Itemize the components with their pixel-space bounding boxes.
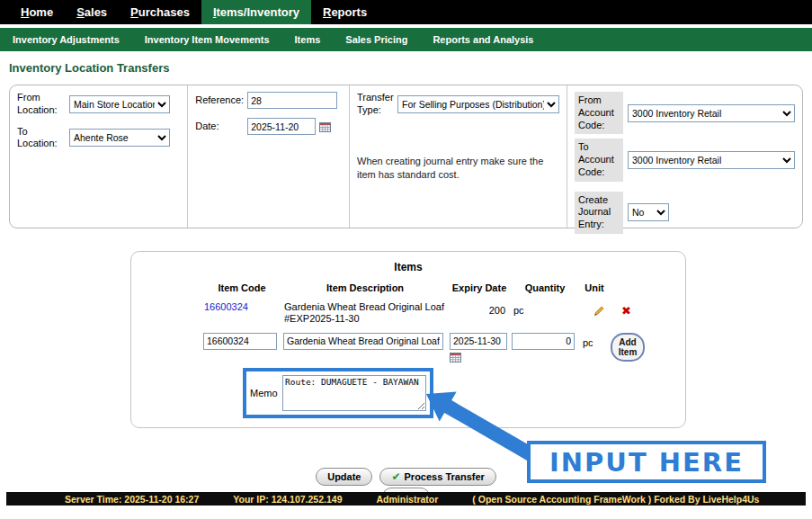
create-journal-select[interactable]: No [628,203,669,221]
memo-textarea[interactable]: Route: DUMAGUETE - BAYAWAN [282,375,426,411]
to-location-label: To Location: [17,126,69,151]
process-transfer-button[interactable]: ✔ Process Transfer [379,468,495,486]
entry-unit-label: pc [581,333,608,348]
item-quantity-value: 200 [450,300,509,318]
edit-pencil-icon[interactable] [593,305,605,317]
tab-reports[interactable]: Reports [311,0,379,24]
entry-expiry-date-input[interactable] [450,333,507,350]
from-location-select[interactable]: Main Store Location [69,95,170,113]
page-title: Inventory Location Transfers [0,51,812,83]
expiry-calendar-icon[interactable] [450,352,509,362]
from-account-label: From Account Code: [575,92,623,134]
col-item-code: Item Code [203,281,281,296]
location-section: From Location: Main Store Location To Lo… [10,85,187,228]
memo-highlight-outline: Memo Route: DUMAGUETE - BAYAWAN [243,368,433,418]
calendar-icon[interactable] [319,121,331,132]
item-description-text: Gardenia Wheat Bread Original Loaf #EXP2… [283,300,447,327]
items-panel: Items Item Code Item Description Expiry … [130,251,686,428]
add-item-button[interactable]: Add Item [611,333,645,362]
entry-quantity-input[interactable] [512,333,575,350]
item-unit-value: pc [512,300,578,318]
subnav-sales-pricing[interactable]: Sales Pricing [345,34,407,45]
to-account-label: To Account Code: [575,139,623,181]
items-table-header: Item Code Item Description Expiry Date Q… [203,281,674,296]
col-item-description: Item Description [283,281,447,296]
reference-label: Reference: [195,94,247,107]
from-account-select[interactable]: 3000 Inventory Retail [628,104,795,122]
account-section: From Account Code: 3000 Inventory Retail… [567,85,802,228]
transfer-type-section: Transfer Type: For Selling Purposes (Dis… [349,85,567,228]
inventory-subnav: Inventory Adjustments Inventory Item Mov… [0,28,812,51]
logged-in-user: Administrator [376,494,438,505]
tab-home[interactable]: Home [9,0,65,24]
create-journal-label: Create Journal Entry: [575,192,623,234]
journal-note: When creating journal entry make sure th… [357,155,558,183]
tab-items-inventory[interactable]: Items/Inventory [201,0,311,24]
to-account-select[interactable]: 3000 Inventory Retail [628,151,795,169]
tab-purchases[interactable]: Purchases [119,0,201,24]
update-button[interactable]: Update [316,468,372,486]
check-icon: ✔ [391,471,400,482]
col-unit: Unit [581,281,608,296]
server-time: Server Time: 2025-11-20 16:27 [65,494,199,505]
main-menubar: Home Sales Purchases Items/Inventory Rep… [0,0,812,24]
framework-credit-link[interactable]: ( Open Source Accounting FrameWork ) For… [472,494,759,505]
subnav-reports-analysis[interactable]: Reports and Analysis [433,34,533,45]
col-expiry-date: Expiry Date [450,281,509,296]
item-code-link[interactable]: 16600324 [203,300,281,315]
date-input[interactable] [247,118,316,135]
your-ip: Your IP: 124.107.252.149 [233,494,342,505]
subnav-items[interactable]: Items [295,34,321,45]
transfer-type-select[interactable]: For Selling Purposes (Distribution) [397,95,559,113]
delete-x-icon[interactable]: ✖ [621,305,631,317]
col-quantity: Quantity [512,281,578,296]
entry-item-code-input[interactable] [203,333,277,350]
memo-label: Memo [250,388,277,398]
input-here-callout: INPUT HERE [527,441,766,483]
items-title: Items [142,261,674,273]
footer-bar: Server Time: 2025-11-20 16:27 Your IP: 1… [6,492,806,506]
item-row: 16600324 Gardenia Wheat Bread Original L… [203,300,674,327]
item-entry-row: pc Add Item [203,333,674,362]
subnav-inventory-item-movements[interactable]: Inventory Item Movements [145,34,270,45]
to-location-select[interactable]: Ahente Rose [69,129,170,147]
transfer-type-label: Transfer Type: [357,92,397,117]
tab-sales[interactable]: Sales [65,0,119,24]
reference-date-section: Reference: Date: [187,85,349,228]
transfer-header-panel: From Location: Main Store Location To Lo… [9,85,803,228]
entry-item-description-input[interactable] [283,333,443,350]
subnav-inventory-adjustments[interactable]: Inventory Adjustments [13,34,120,45]
reference-input[interactable] [247,92,337,109]
input-here-text: INPUT HERE [549,447,744,478]
date-label: Date: [195,121,247,133]
from-location-label: From Location: [17,92,69,117]
